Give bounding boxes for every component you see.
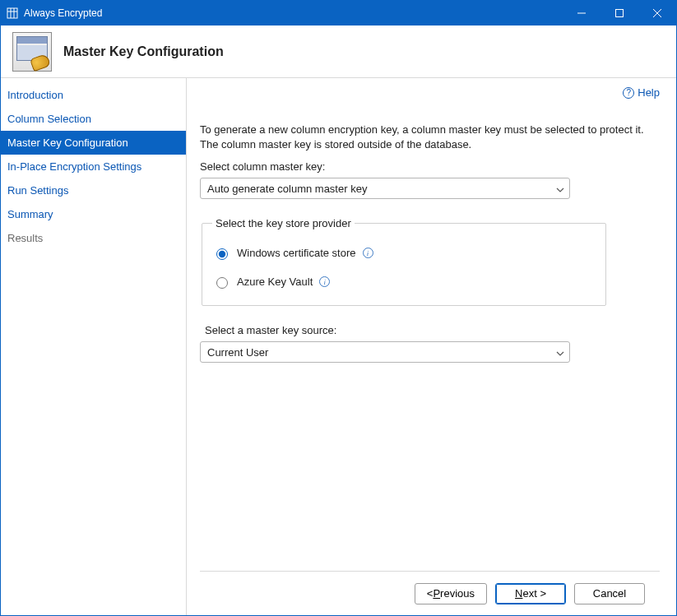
key-store-provider-group: Select the key store provider Windows ce… <box>202 217 606 306</box>
column-master-key-select[interactable]: Auto generate column master key <box>200 178 570 199</box>
wizard-main: ? Help To generate a new column encrypti… <box>187 78 676 615</box>
master-key-source-select[interactable]: Current User <box>200 341 570 363</box>
master-key-source-label: Select a master key source: <box>205 324 660 336</box>
sidebar-item-summary[interactable]: Summary <box>1 202 186 226</box>
key-store-provider-legend: Select the key store provider <box>212 217 355 229</box>
help-label: Help <box>638 86 660 99</box>
wizard-footer: < Previous Next > Cancel <box>200 571 660 615</box>
next-button[interactable]: Next > <box>495 583 566 604</box>
provider-azure-key-vault[interactable]: Azure Key Vault i <box>212 275 596 289</box>
sidebar-item-column-selection[interactable]: Column Selection <box>1 107 186 131</box>
wizard-body: Introduction Column Selection Master Key… <box>1 78 676 615</box>
provider-akv-label: Azure Key Vault <box>237 276 313 288</box>
wizard-header: Master Key Configuration <box>1 25 676 78</box>
svg-rect-0 <box>7 8 17 18</box>
previous-button[interactable]: < Previous <box>415 583 487 604</box>
provider-windows-label: Windows certificate store <box>237 247 356 259</box>
sidebar-item-run-settings[interactable]: Run Settings <box>1 178 186 202</box>
minimize-button[interactable] <box>563 1 600 25</box>
close-button[interactable] <box>638 1 676 25</box>
master-key-icon <box>12 32 52 72</box>
titlebar: Always Encrypted <box>1 1 676 25</box>
cancel-button[interactable]: Cancel <box>574 583 645 604</box>
sidebar-item-in-place-encryption-settings[interactable]: In-Place Encryption Settings <box>1 155 186 178</box>
help-icon: ? <box>623 87 634 99</box>
provider-windows-cert-store[interactable]: Windows certificate store i <box>212 246 596 260</box>
provider-akv-radio[interactable] <box>216 277 228 289</box>
chevron-down-icon <box>556 346 564 359</box>
provider-windows-radio[interactable] <box>216 248 228 260</box>
info-icon[interactable]: i <box>363 248 373 258</box>
intro-text: To generate a new column encryption key,… <box>200 123 644 152</box>
info-icon[interactable]: i <box>319 276 330 287</box>
maximize-button[interactable] <box>600 1 638 25</box>
wizard-window: Always Encrypted Master Key Configuratio… <box>0 0 677 616</box>
sidebar-item-introduction[interactable]: Introduction <box>1 83 186 107</box>
sidebar-item-results: Results <box>1 226 186 250</box>
wizard-sidebar: Introduction Column Selection Master Key… <box>1 78 187 615</box>
help-link[interactable]: ? Help <box>623 86 660 99</box>
chevron-down-icon <box>556 183 564 195</box>
select-cmk-label: Select column master key: <box>200 160 660 173</box>
master-key-source-value: Current User <box>207 346 268 359</box>
svg-rect-5 <box>616 10 624 17</box>
window-title: Always Encrypted <box>24 7 102 19</box>
page-title: Master Key Configuration <box>63 44 224 59</box>
column-master-key-value: Auto generate column master key <box>207 183 367 195</box>
app-icon <box>6 7 19 20</box>
sidebar-item-master-key-configuration[interactable]: Master Key Configuration <box>1 131 186 155</box>
